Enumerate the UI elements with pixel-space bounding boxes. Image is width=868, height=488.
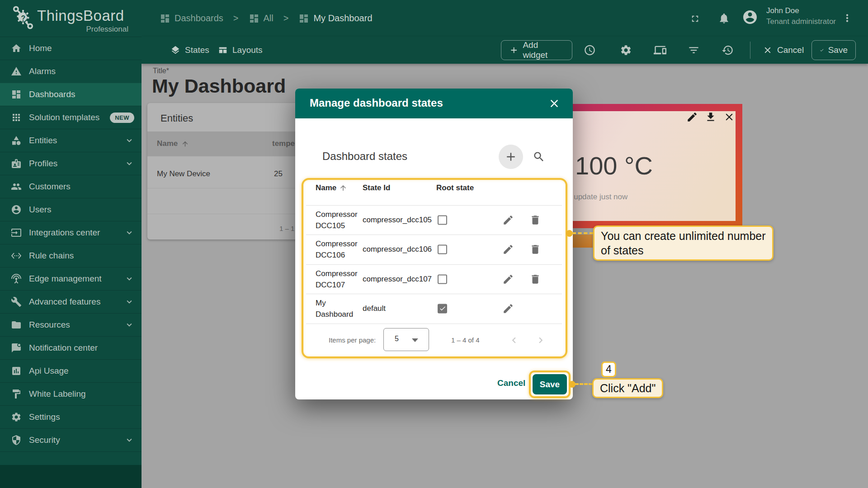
- sidebar-item-profiles[interactable]: Profiles: [0, 152, 142, 175]
- sidebar-item-api-usage[interactable]: Api Usage: [0, 359, 142, 382]
- edit-state-pencil-icon[interactable]: [502, 244, 514, 255]
- add-widget-label: Add widget: [523, 40, 564, 60]
- notification-center-icon: [11, 343, 22, 353]
- notifications-bell-icon[interactable]: [718, 12, 730, 24]
- entities-column-name[interactable]: Name: [157, 139, 189, 148]
- dialog-save-button[interactable]: Save: [533, 374, 567, 394]
- filter-icon[interactable]: [688, 44, 700, 56]
- widget-download-icon[interactable]: [705, 111, 717, 123]
- states-button[interactable]: States: [170, 45, 209, 55]
- widget-close-icon[interactable]: [723, 111, 735, 123]
- sidebar-item-resources[interactable]: Resources: [0, 313, 142, 336]
- sidebar-item-label: Edge management: [29, 274, 102, 284]
- timewindow-clock-icon[interactable]: [584, 44, 596, 56]
- dialog-close-icon[interactable]: [548, 97, 561, 110]
- dialog-cancel-button[interactable]: Cancel: [497, 378, 525, 388]
- root-state-checkbox[interactable]: [438, 215, 447, 225]
- sidebar-item-settings[interactable]: Settings: [0, 405, 142, 428]
- cancel-label: Cancel: [777, 45, 804, 55]
- sidebar-item-customers[interactable]: Customers: [0, 175, 142, 198]
- layouts-button[interactable]: Layouts: [218, 45, 263, 55]
- root-state-checkbox[interactable]: [438, 274, 447, 284]
- edit-state-pencil-icon[interactable]: [502, 303, 514, 314]
- widget-edit-icon[interactable]: [686, 111, 698, 123]
- advanced-features-icon: [11, 296, 22, 307]
- customers-icon: [11, 181, 22, 192]
- column-header-name[interactable]: Name: [316, 183, 347, 192]
- sort-arrow-up-icon: [181, 140, 189, 148]
- cancel-edit-button[interactable]: Cancel: [763, 37, 804, 64]
- toolbar-divider: [750, 42, 750, 59]
- states-label: States: [185, 45, 209, 55]
- sidebar-item-label: Home: [29, 43, 52, 53]
- dialog-title: Manage dashboard states: [310, 97, 443, 109]
- user-avatar[interactable]: [742, 9, 758, 25]
- users-icon: [11, 204, 22, 215]
- sort-arrow-up-icon: [339, 184, 347, 192]
- breadcrumb-item-all[interactable]: All: [264, 13, 274, 23]
- edit-state-pencil-icon[interactable]: [502, 214, 514, 226]
- column-header-root-state[interactable]: Root state: [436, 183, 474, 192]
- check-icon: [439, 305, 446, 312]
- column-header-state-id[interactable]: State Id: [363, 183, 390, 192]
- entities-cell-name[interactable]: My New Device: [157, 169, 210, 178]
- delete-state-trash-icon[interactable]: [529, 214, 541, 226]
- search-icon[interactable]: [533, 150, 545, 163]
- sidebar-item-label: Alarms: [29, 66, 56, 76]
- root-state-checkbox[interactable]: [438, 244, 447, 254]
- rule-chains-icon: [11, 250, 22, 261]
- sidebar-nav: Home Alarms Dashboards Solution template…: [0, 37, 142, 465]
- save-dashboard-button[interactable]: Save: [811, 40, 856, 60]
- items-per-page-label: Items per page:: [329, 336, 376, 344]
- add-state-button[interactable]: [499, 145, 523, 169]
- fullscreen-icon[interactable]: [690, 14, 700, 24]
- breadcrumb-item-dashboards[interactable]: Dashboards: [175, 13, 223, 23]
- page-size-select[interactable]: 5: [383, 328, 429, 351]
- version-history-icon[interactable]: [722, 44, 734, 56]
- entities-icon: [11, 135, 22, 146]
- sidebar-item-dashboards[interactable]: Dashboards: [0, 83, 142, 106]
- sidebar-item-advanced-features[interactable]: Advanced features: [0, 290, 142, 313]
- settings-gear-icon: [11, 412, 22, 422]
- select-caret-icon: [412, 338, 418, 342]
- save-label: Save: [828, 45, 848, 55]
- breadcrumb-item-my-dashboard[interactable]: My Dashboard: [313, 13, 372, 23]
- breadcrumb-separator: >: [233, 13, 239, 23]
- connector-dot: [569, 381, 576, 388]
- root-state-checkbox-checked[interactable]: [438, 304, 447, 313]
- breadcrumb: Dashboards > All > My Dashboard: [160, 0, 373, 37]
- dashboard-settings-gear-icon[interactable]: [620, 44, 632, 56]
- sidebar-item-label: Solution templates: [29, 113, 99, 122]
- click-add-annotation-tooltip: Click "Add": [592, 378, 663, 398]
- sidebar-item-rule-chains[interactable]: Rule chains: [0, 244, 142, 267]
- sidebar-item-home[interactable]: Home: [0, 37, 142, 60]
- sidebar-item-label: Api Usage: [29, 366, 69, 376]
- sidebar-item-security[interactable]: Security: [0, 428, 142, 451]
- manage-layouts-devices-icon[interactable]: [654, 44, 666, 56]
- layouts-icon: [218, 45, 228, 55]
- chevron-down-icon: [124, 274, 134, 284]
- delete-state-trash-icon[interactable]: [529, 244, 541, 255]
- sidebar-item-solution-templates[interactable]: Solution templates NEW: [0, 106, 142, 129]
- sidebar-item-alarms[interactable]: Alarms: [0, 60, 142, 83]
- sidebar-item-integrations-center[interactable]: Integrations center: [0, 221, 142, 244]
- previous-page-chevron-icon[interactable]: [508, 334, 520, 346]
- plus-icon: [504, 150, 518, 164]
- kebab-menu-icon[interactable]: [841, 12, 853, 24]
- edit-state-pencil-icon[interactable]: [502, 273, 514, 285]
- sidebar-item-notification-center[interactable]: Notification center: [0, 336, 142, 359]
- dashboard-breadcrumb-icon: [160, 13, 170, 24]
- brand-logo[interactable]: ? ThingsBoard Professional: [0, 0, 142, 37]
- sidebar-item-users[interactable]: Users: [0, 198, 142, 221]
- sidebar-item-label: White Labeling: [29, 389, 86, 399]
- next-page-chevron-icon[interactable]: [535, 334, 547, 346]
- chevron-down-icon: [124, 297, 134, 307]
- delete-state-trash-icon[interactable]: [529, 273, 541, 285]
- add-widget-button[interactable]: Add widget: [501, 40, 572, 60]
- state-row-compressor-dcc106: Compressor DCC106 compressor_dcc106: [295, 235, 573, 264]
- chevron-down-icon: [124, 228, 134, 238]
- sidebar-item-white-labeling[interactable]: White Labeling: [0, 382, 142, 405]
- sidebar-item-entities[interactable]: Entities: [0, 129, 142, 152]
- states-annotation-tooltip: You can create unlimited number of state…: [593, 225, 774, 261]
- sidebar-item-edge-management[interactable]: Edge management: [0, 267, 142, 290]
